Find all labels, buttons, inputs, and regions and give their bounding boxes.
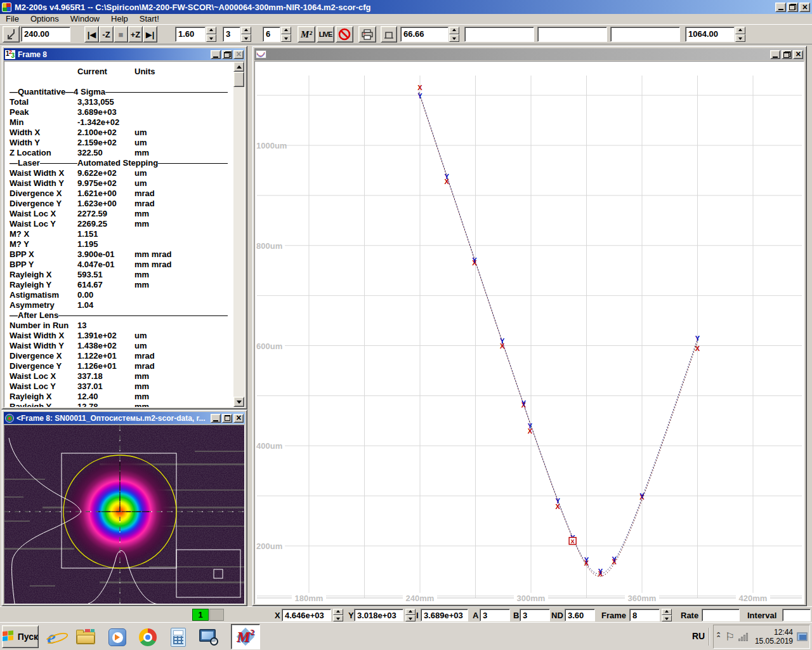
scroll-up-button[interactable] xyxy=(233,62,244,72)
flag-icon[interactable]: ⚐ xyxy=(725,630,735,644)
nav-last-button[interactable]: ▶| xyxy=(143,26,157,43)
m2-app-icon: M2 xyxy=(235,627,256,646)
frames-spinner[interactable] xyxy=(281,27,291,42)
clock[interactable]: 12:44 15.05.2019 xyxy=(752,628,793,646)
beam-profile-image[interactable] xyxy=(4,425,244,604)
m2-calc-button[interactable]: M² xyxy=(298,26,315,43)
caustic-chart[interactable]: 200um400um600um800um1000um180mm240mm300m… xyxy=(255,62,804,604)
z-position-field[interactable]: 240.00 xyxy=(21,27,70,42)
result-row: Rayleigh X593.51mm xyxy=(10,270,229,280)
beam-maximize-button[interactable] xyxy=(222,414,232,423)
media-player-icon[interactable] xyxy=(107,627,128,648)
svg-text:400um: 400um xyxy=(256,441,282,451)
nd-field[interactable]: 3.60 xyxy=(565,609,595,621)
start-button[interactable]: Пуск xyxy=(2,625,39,648)
display-tray-icon[interactable] xyxy=(797,632,808,641)
chrome-icon[interactable] xyxy=(137,627,159,648)
chart-close-button[interactable] xyxy=(793,50,803,59)
results-scrollbar[interactable] xyxy=(233,62,244,407)
nav-first-button[interactable]: |◀ xyxy=(84,26,99,43)
svg-text:Y: Y xyxy=(556,497,561,505)
svg-text:600um: 600um xyxy=(256,342,282,351)
bench-button[interactable] xyxy=(381,26,397,43)
live-button[interactable]: LIVE xyxy=(317,26,334,43)
internet-explorer-icon[interactable]: e xyxy=(41,627,62,648)
x-readout-field[interactable]: 4.646e+03 xyxy=(282,609,331,621)
x-readout-spinner[interactable] xyxy=(333,609,343,621)
screen: M2-200s v4.965R1 -- C:\Spiricon\M2-200-F… xyxy=(0,0,812,650)
results-restore-button[interactable] xyxy=(222,50,232,59)
rate-label: Rate xyxy=(681,611,698,620)
beam-minimize-button[interactable] xyxy=(211,414,221,423)
empty-field-1[interactable] xyxy=(464,27,534,42)
menu-start[interactable]: Start! xyxy=(134,14,165,24)
parameter-66-spinner[interactable] xyxy=(449,27,459,42)
results-table: Current Units —Quantitative—4 SigmaTotal… xyxy=(10,67,229,408)
close-button[interactable] xyxy=(799,3,810,12)
result-row: Divergence Y1.623e+00mrad xyxy=(10,199,229,209)
language-indicator[interactable]: RU xyxy=(692,631,705,641)
a-label: A xyxy=(473,611,478,620)
m2-app-taskbar-button[interactable]: M2 xyxy=(231,624,260,649)
intensity-field[interactable]: 3.689e+03 xyxy=(421,609,468,621)
nav-plus-z-button[interactable]: +Z xyxy=(128,26,143,43)
svg-text:300mm: 300mm xyxy=(517,594,546,603)
optical-bench-icon xyxy=(383,29,395,39)
buffer-indicator: 1 xyxy=(192,609,209,621)
rate-field[interactable] xyxy=(702,609,740,621)
step-size-spinner[interactable] xyxy=(206,27,216,42)
screen-magnifier-icon[interactable] xyxy=(198,627,219,648)
results-title: Frame 8 xyxy=(18,50,209,59)
result-row: Number in Run13 xyxy=(10,321,229,331)
menu-file[interactable]: File xyxy=(0,14,25,24)
print-button[interactable] xyxy=(358,26,376,43)
abort-button[interactable] xyxy=(336,26,353,43)
svg-text:Y: Y xyxy=(521,399,527,407)
section-row: —LaserAutomated Stepping xyxy=(10,158,229,168)
interval-field[interactable] xyxy=(782,609,811,621)
toolbar: 240.00 |◀ -Z ■ +Z ▶| 1.60 3 6 M² LIVE xyxy=(0,24,812,44)
empty-field-3[interactable] xyxy=(610,27,680,42)
minimize-button[interactable] xyxy=(775,3,786,12)
y-readout-field[interactable]: 3.018e+03 xyxy=(354,609,403,621)
menu-options[interactable]: Options xyxy=(25,14,65,24)
averages-spinner[interactable] xyxy=(241,27,251,42)
empty-field-2[interactable] xyxy=(537,27,607,42)
y-readout-spinner[interactable] xyxy=(405,609,416,621)
svg-text:420mm: 420mm xyxy=(739,594,768,603)
frame-spinner[interactable] xyxy=(662,609,672,621)
wavelength-field[interactable]: 1064.00 xyxy=(685,27,735,42)
calculator-icon[interactable] xyxy=(167,627,189,648)
beam-content xyxy=(4,425,245,604)
results-minimize-button[interactable] xyxy=(211,50,221,59)
chart-minimize-button[interactable] xyxy=(770,50,780,59)
tray-date: 15.05.2019 xyxy=(755,637,793,646)
averages-field[interactable]: 3 xyxy=(223,27,240,42)
frames-field[interactable]: 6 xyxy=(263,27,280,42)
svg-text:180mm: 180mm xyxy=(295,594,324,603)
wavelength-spinner[interactable] xyxy=(735,27,745,42)
nav-stop-button[interactable]: ■ xyxy=(114,26,128,43)
nav-minus-z-button[interactable]: -Z xyxy=(99,26,114,43)
frame-field[interactable]: 8 xyxy=(629,609,660,621)
scroll-thumb[interactable] xyxy=(233,72,244,87)
svg-text:200um: 200um xyxy=(256,541,282,551)
menu-help[interactable]: Help xyxy=(105,14,134,24)
origin-arrow-button[interactable] xyxy=(3,26,20,43)
hidden-icons-chevron[interactable]: ⌃⌃ xyxy=(716,633,721,640)
restore-button[interactable] xyxy=(787,3,798,12)
step-size-field[interactable]: 1.60 xyxy=(175,27,206,42)
results-close-button[interactable] xyxy=(233,50,244,59)
signal-bars-icon[interactable] xyxy=(738,632,748,641)
beam-close-button[interactable] xyxy=(233,414,244,423)
file-explorer-icon[interactable] xyxy=(75,627,96,648)
b-field[interactable]: 3 xyxy=(520,609,550,621)
a-field[interactable]: 3 xyxy=(480,609,510,621)
menu-window[interactable]: Window xyxy=(65,14,105,24)
b-label: B xyxy=(513,611,519,620)
chart-restore-button[interactable] xyxy=(782,50,792,59)
svg-text:360mm: 360mm xyxy=(628,594,657,603)
parameter-66-field[interactable]: 66.66 xyxy=(400,27,449,42)
scroll-down-button[interactable] xyxy=(233,397,244,407)
svg-text:Y: Y xyxy=(695,335,700,342)
